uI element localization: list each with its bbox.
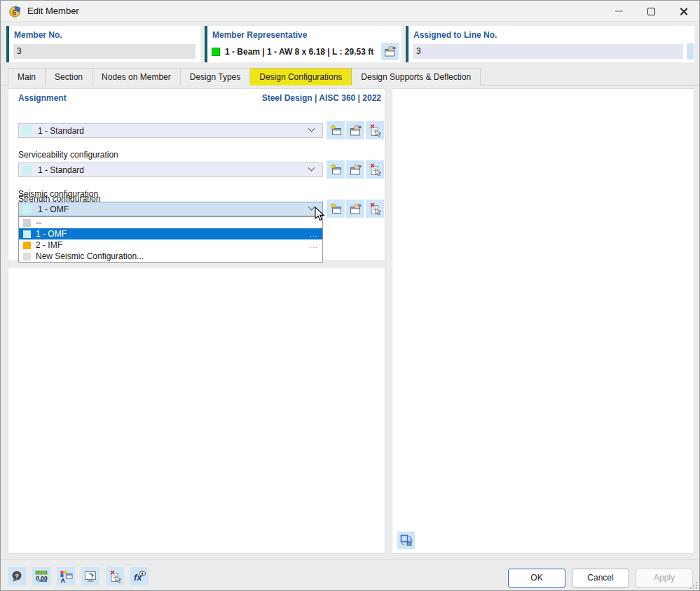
tab-main[interactable]: Main [8, 68, 46, 85]
assigned-line-label: Assigned to Line No. [413, 30, 497, 40]
maximize-button[interactable] [635, 1, 667, 22]
serviceability-configuration-label: Serviceability configuration [18, 150, 118, 160]
tab-design-types[interactable]: Design Types [181, 68, 251, 85]
edit-member-dialog: 6 Edit Member Member No. 3 Member Repres… [0, 0, 700, 591]
delete-assignment-icon [109, 570, 122, 583]
assigned-line-card: Assigned to Line No. 3 [406, 26, 694, 62]
formulas-button[interactable]: fx [130, 567, 149, 585]
chevron-down-icon [308, 125, 315, 132]
edit-member-representative-button[interactable] [381, 43, 399, 60]
new-config-icon [329, 202, 343, 216]
reset-view-button[interactable] [397, 531, 415, 549]
assigned-line-picker-button[interactable] [687, 43, 694, 60]
member-no-field[interactable]: 3 [13, 44, 195, 59]
tab-design-supports-deflection[interactable]: Design Supports & Deflection [352, 68, 481, 85]
delete-seismic-config-button[interactable] [366, 200, 384, 218]
config-color-swatch [22, 204, 32, 214]
help-balloon-icon: ? [11, 570, 24, 583]
tab-nodes-on-member[interactable]: Nodes on Member [92, 68, 181, 85]
member-representative-text: 1 - Beam | 1 - AW 8 x 6.18 | L : 29.53 f… [225, 47, 375, 57]
svg-text:?: ? [15, 572, 19, 579]
item-more-button[interactable]: ... [310, 230, 318, 237]
member-no-label: Member No. [14, 30, 62, 40]
close-icon [679, 7, 688, 16]
config-color-swatch [22, 165, 32, 174]
delete-config-icon [369, 163, 382, 176]
seismic-configuration-value: 1 - OMF [38, 204, 69, 214]
tab-section[interactable]: Section [46, 68, 92, 85]
item-color-swatch [23, 253, 31, 260]
chevron-down-icon [308, 165, 315, 172]
new-config-icon [329, 163, 343, 176]
tab-bar: Main Section Nodes on Member Design Type… [1, 68, 700, 85]
edit-strength-config-button[interactable] [346, 121, 364, 139]
member-representative-label: Member Representative [212, 30, 307, 40]
serviceability-configuration-combobox[interactable]: 1 - Standard [18, 162, 323, 177]
strength-configuration-value: 1 - Standard [38, 126, 84, 136]
rotate-view-icon [399, 534, 413, 548]
apply-to-screen-button[interactable] [81, 567, 99, 585]
dropdown-item-omf[interactable]: 1 - OMF ... [19, 228, 322, 239]
new-serviceability-config-button[interactable] [327, 160, 345, 179]
item-label: New Seismic Configuration... [36, 251, 144, 261]
item-label: -- [36, 218, 41, 228]
decimal-places-icon: 0,00 [34, 569, 48, 583]
serviceability-configuration-value: 1 - Standard [38, 165, 84, 175]
assigned-line-field[interactable]: 3 [413, 44, 683, 59]
app-logo-icon: 6 [9, 5, 22, 18]
edit-serviceability-config-button[interactable] [346, 160, 364, 179]
assignment-panel: Assignment Steel Design | AISC 360 | 202… [8, 88, 385, 261]
new-config-icon [329, 124, 343, 137]
assignment-section-title: Assignment [18, 93, 67, 103]
svg-text:0,00: 0,00 [36, 575, 48, 582]
screen-icon [83, 569, 97, 583]
seismic-configuration-dropdown: -- 1 - OMF ... 2 - IMF ... New Seismic C… [18, 216, 323, 263]
seismic-configuration-label: Seismic configuration [18, 189, 98, 199]
delete-config-icon [369, 124, 382, 137]
display-properties-icon: A [59, 569, 73, 583]
seismic-configuration-combobox[interactable]: 1 - OMF [18, 202, 323, 216]
item-label: 1 - OMF [36, 229, 67, 239]
edit-config-icon [349, 202, 362, 216]
strength-configuration-combobox[interactable]: 1 - Standard [18, 123, 323, 138]
member-color-swatch [212, 48, 220, 56]
member-no-card: Member No. 3 [6, 26, 200, 62]
accent-bar [406, 26, 409, 62]
edit-config-icon [349, 163, 362, 176]
mouse-cursor [314, 207, 327, 222]
accent-bar [205, 26, 207, 62]
item-color-swatch [23, 230, 31, 238]
item-color-swatch [23, 219, 31, 227]
close-button[interactable] [667, 1, 699, 22]
new-strength-config-button[interactable] [327, 121, 345, 139]
edit-config-icon [349, 124, 362, 137]
dropdown-item-none[interactable]: -- [19, 217, 322, 228]
item-color-swatch [23, 242, 31, 249]
maximize-icon [647, 8, 655, 15]
delete-serviceability-config-button[interactable] [366, 160, 384, 179]
edit-seismic-config-button[interactable] [346, 200, 364, 218]
resize-grip[interactable] [689, 580, 699, 590]
units-decimal-places-button[interactable]: 0,00 [32, 567, 50, 585]
item-more-button[interactable]: ... [310, 242, 318, 249]
apply-button[interactable]: Apply [636, 569, 693, 587]
display-properties-button[interactable]: A [57, 567, 75, 585]
help-button[interactable]: ? [8, 567, 26, 585]
new-seismic-config-button[interactable] [327, 200, 345, 218]
footer-bar: ? 0,00 A [1, 559, 700, 591]
dropdown-item-imf[interactable]: 2 - IMF ... [19, 239, 322, 251]
delete-strength-config-button[interactable] [366, 121, 384, 139]
ok-button[interactable]: OK [508, 569, 565, 587]
item-label: 2 - IMF [36, 240, 62, 250]
delete-assignment-button[interactable] [106, 567, 124, 585]
edit-icon [383, 45, 397, 58]
preview-panel [392, 88, 694, 554]
config-color-swatch [22, 126, 32, 135]
tab-design-configurations[interactable]: Design Configurations [250, 68, 352, 85]
cancel-button[interactable]: Cancel [572, 569, 629, 587]
dropdown-item-new-configuration[interactable]: New Seismic Configuration... [19, 251, 322, 262]
svg-text:A: A [61, 577, 66, 584]
formula-fx-icon: fx [132, 569, 146, 583]
member-representative-card: Member Representative 1 - Beam | 1 - AW … [205, 26, 402, 62]
minimize-button[interactable] [603, 1, 635, 22]
